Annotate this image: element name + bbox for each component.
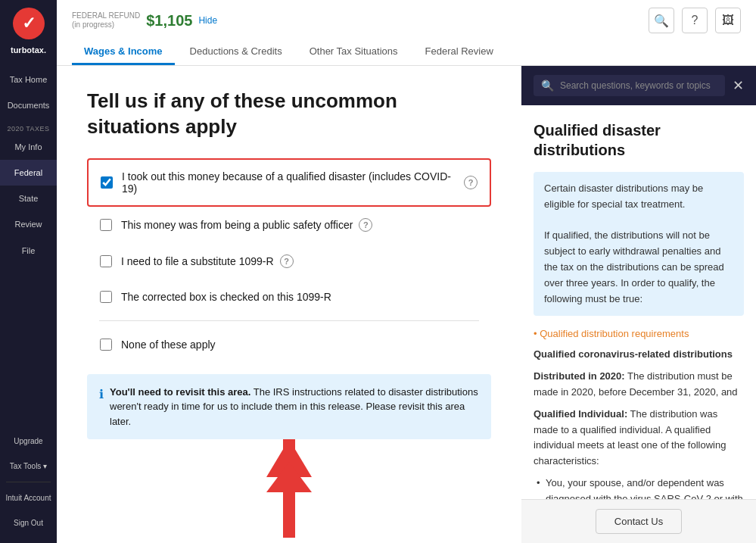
right-panel-content: Qualified disaster distributions Certain… — [521, 105, 756, 499]
refund-label: FEDERAL REFUND (in progress) — [72, 11, 140, 30]
checkbox-substitute[interactable] — [100, 255, 112, 267]
info-box: ℹ You'll need to revisit this area. The … — [87, 374, 491, 440]
tab-federal-review[interactable]: Federal Review — [413, 39, 506, 65]
brand-name: turbotax. — [11, 45, 46, 55]
main-form: Tell us if any of these uncommon situati… — [57, 66, 521, 543]
panel-section-heading: Qualified coronavirus-related distributi… — [534, 347, 744, 363]
checkbox-list: I took out this money because of a quali… — [87, 158, 491, 362]
sidebar: ✓ turbotax. Tax Home Documents 2020 TAXE… — [0, 0, 57, 543]
checkbox-item-substitute[interactable]: I need to file a substitute 1099-R ? — [87, 243, 491, 279]
logo-mark: ✓ — [13, 8, 45, 39]
topbar-tabs: Wages & Income Deductions & Credits Othe… — [72, 39, 741, 65]
topbar: FEDERAL REFUND (in progress) $1,105 Hide… — [57, 0, 756, 66]
info-circle-icon: ℹ — [99, 385, 104, 404]
photo-button[interactable]: 🖼 — [715, 8, 741, 33]
sidebar-section-2020: 2020 TAXES — [0, 119, 57, 134]
tab-wages-income[interactable]: Wages & Income — [72, 39, 175, 65]
svg-marker-3 — [266, 462, 312, 492]
checkbox-label-substitute: I need to file a substitute 1099-R — [121, 255, 274, 267]
sidebar-bottom: Upgrade Tax Tools ▾ Intuit Account Sign … — [0, 429, 57, 543]
right-panel: 🔍 ✕ Qualified disaster distributions Cer… — [521, 66, 756, 543]
checkbox-none[interactable] — [100, 339, 112, 351]
sidebar-item-federal[interactable]: Federal — [0, 160, 57, 186]
panel-title: Qualified disaster distributions — [534, 120, 744, 160]
info-text: You'll need to revisit this area. The IR… — [110, 385, 479, 429]
svg-rect-2 — [283, 485, 295, 538]
hide-refund-link[interactable]: Hide — [198, 15, 217, 26]
search-box: 🔍 — [534, 75, 725, 96]
search-icon: 🔍 — [541, 80, 554, 92]
panel-info-box: Certain disaster distributions may be el… — [534, 172, 744, 316]
checkbox-label-corrected: The corrected box is checked on this 109… — [121, 291, 331, 303]
red-arrow-container — [87, 462, 491, 543]
sidebar-item-review[interactable]: Review — [0, 211, 57, 237]
red-upward-arrow — [263, 462, 316, 543]
panel-qualified-individual: Qualified Individual: The distribution w… — [534, 407, 744, 470]
checkbox-label-none: None of these apply — [121, 339, 216, 351]
checkbox-item-public-safety[interactable]: This money was from being a public safet… — [87, 207, 491, 243]
checkmark-icon: ✓ — [22, 14, 36, 33]
sidebar-item-file[interactable]: File — [0, 238, 57, 264]
tab-deductions-credits[interactable]: Deductions & Credits — [178, 39, 294, 65]
checkbox-disaster[interactable] — [101, 176, 113, 189]
checkbox-divider — [99, 320, 479, 321]
checkbox-label-public-safety: This money was from being a public safet… — [121, 219, 353, 231]
sidebar-item-tax-tools[interactable]: Tax Tools ▾ — [0, 454, 57, 479]
refund-amount: $1,105 — [146, 12, 192, 30]
checkbox-label-disaster: I took out this money because of a quali… — [122, 170, 458, 195]
qualified-distribution-link[interactable]: Qualified distribution requirements — [534, 328, 744, 339]
close-panel-button[interactable]: ✕ — [733, 77, 744, 94]
refund-bar: FEDERAL REFUND (in progress) $1,105 Hide… — [72, 8, 741, 33]
sidebar-nav: Tax Home Documents 2020 TAXES My Info Fe… — [0, 67, 57, 429]
sidebar-item-tax-home[interactable]: Tax Home — [0, 67, 57, 92]
checkbox-item-none[interactable]: None of these apply — [87, 327, 491, 362]
sidebar-item-intuit-account[interactable]: Intuit Account — [0, 485, 57, 510]
main-wrapper: FEDERAL REFUND (in progress) $1,105 Hide… — [57, 0, 756, 543]
sidebar-item-documents[interactable]: Documents — [0, 92, 57, 118]
right-panel-header: 🔍 ✕ — [521, 66, 756, 105]
info-text-bold: You'll need to revisit this area. — [110, 386, 250, 398]
checkbox-corrected[interactable] — [100, 291, 112, 303]
sidebar-item-upgrade[interactable]: Upgrade — [0, 429, 57, 454]
contact-us-button[interactable]: Contact Us — [596, 509, 682, 534]
help-button[interactable]: ? — [682, 8, 708, 33]
sidebar-item-sign-out[interactable]: Sign Out — [0, 510, 57, 535]
search-button[interactable]: 🔍 — [649, 8, 674, 33]
page-title: Tell us if any of these uncommon situati… — [87, 89, 491, 140]
sidebar-item-my-info[interactable]: My Info — [0, 134, 57, 160]
content-area: Tell us if any of these uncommon situati… — [57, 66, 756, 543]
help-icon-public-safety[interactable]: ? — [359, 218, 372, 232]
tab-other-tax-situations[interactable]: Other Tax Situations — [297, 39, 410, 65]
help-icon-disaster[interactable]: ? — [464, 176, 478, 189]
sidebar-item-state[interactable]: State — [0, 186, 57, 211]
help-icon-substitute[interactable]: ? — [280, 254, 294, 268]
checkbox-public-safety[interactable] — [100, 219, 112, 231]
right-panel-footer: Contact Us — [521, 499, 756, 543]
topbar-icons: 🔍 ? 🖼 — [649, 8, 741, 33]
checkbox-item-disaster[interactable]: I took out this money because of a quali… — [87, 158, 491, 207]
panel-distributed-2020: Distributed in 2020: The distribution mu… — [534, 369, 744, 401]
panel-bullet-diagnosis: You, your spouse, and/or dependent was d… — [534, 476, 744, 499]
checkbox-item-corrected[interactable]: The corrected box is checked on this 109… — [87, 279, 491, 314]
search-input[interactable] — [560, 80, 717, 91]
